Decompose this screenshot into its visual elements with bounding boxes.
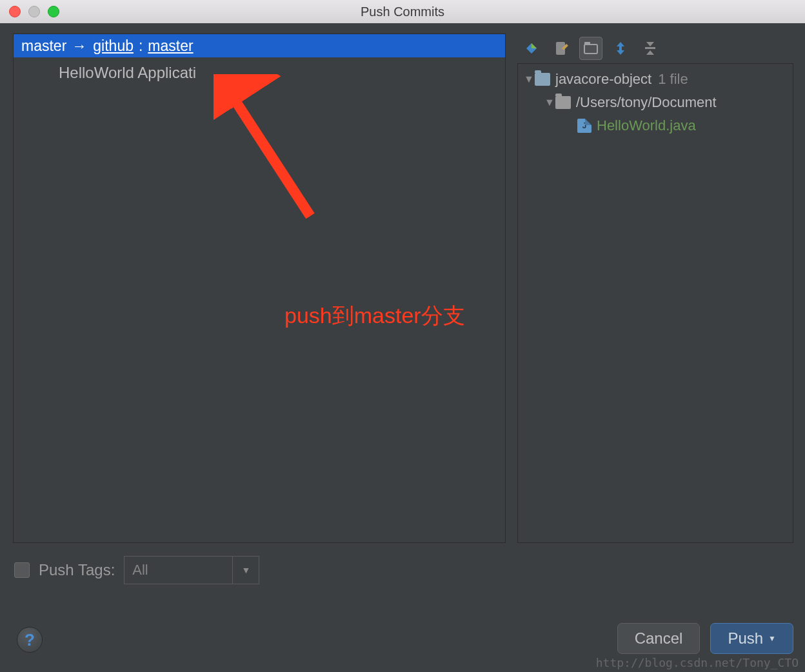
chevron-down-icon[interactable]: ▼ xyxy=(523,74,535,85)
svg-rect-10 xyxy=(619,46,622,50)
push-tags-dropdown[interactable]: All ▼ xyxy=(124,556,259,584)
changes-toolbar xyxy=(517,34,793,63)
separator: : xyxy=(139,37,143,55)
push-button-label: Push xyxy=(728,629,763,647)
tree-path-row[interactable]: ▼ /Users/tony/Document xyxy=(518,91,793,114)
edit-source-icon[interactable] xyxy=(550,37,573,60)
svg-rect-8 xyxy=(584,42,590,45)
arrow-icon: → xyxy=(72,37,86,55)
expand-all-icon[interactable] xyxy=(609,37,632,60)
push-button[interactable]: Push ▼ xyxy=(710,623,793,654)
commit-item[interactable]: HelloWorld Applicati xyxy=(14,57,505,82)
chevron-down-icon[interactable]: ▼ xyxy=(233,557,259,584)
maximize-window-button[interactable] xyxy=(48,6,59,17)
svg-marker-11 xyxy=(617,50,624,55)
window-title: Push Commits xyxy=(361,5,444,19)
chevron-down-icon[interactable]: ▼ xyxy=(544,97,555,108)
traffic-lights xyxy=(9,6,59,17)
commits-panel: master → github : master HelloWorld Appl… xyxy=(13,34,506,543)
watermark: http://blog.csdn.net/Tony_CTO xyxy=(596,656,799,669)
diff-icon[interactable] xyxy=(520,37,543,60)
svg-marker-9 xyxy=(617,42,624,46)
svg-rect-13 xyxy=(645,47,655,49)
tree-path-label: /Users/tony/Document xyxy=(576,94,717,111)
minimize-window-button[interactable] xyxy=(28,6,40,17)
main-area: master → github : master HelloWorld Appl… xyxy=(13,34,793,543)
collapse-all-icon[interactable] xyxy=(639,37,662,60)
changes-panel: ▼ javacore-object 1 file ▼ /Users/tony/D… xyxy=(517,34,793,543)
remote-branch-link[interactable]: master xyxy=(148,37,193,55)
help-button[interactable]: ? xyxy=(17,627,43,653)
push-tags-bar: Push Tags: All ▼ xyxy=(14,556,259,584)
chevron-down-icon: ▼ xyxy=(768,634,776,643)
push-tags-checkbox[interactable] xyxy=(14,562,30,578)
dialog-buttons: Cancel Push ▼ xyxy=(617,623,793,654)
cancel-button-label: Cancel xyxy=(635,629,683,647)
push-tags-value: All xyxy=(124,557,233,584)
folder-icon xyxy=(535,73,550,86)
folder-icon xyxy=(555,96,571,109)
java-file-icon: J xyxy=(577,119,591,133)
branch-selector-row[interactable]: master → github : master xyxy=(14,34,505,57)
tree-root-row[interactable]: ▼ javacore-object 1 file xyxy=(518,68,793,91)
svg-line-1 xyxy=(226,87,310,216)
remote-link[interactable]: github xyxy=(93,37,134,55)
annotation-text: push到master分支 xyxy=(284,301,465,331)
titlebar: Push Commits xyxy=(0,0,805,23)
svg-marker-12 xyxy=(646,42,654,46)
tree-file-row[interactable]: J HelloWorld.java xyxy=(518,114,793,137)
tree-file-label: HelloWorld.java xyxy=(597,117,696,134)
svg-marker-4 xyxy=(532,43,537,48)
local-branch-label: master xyxy=(21,37,66,55)
group-by-directory-icon[interactable] xyxy=(579,37,602,60)
push-tags-label: Push Tags: xyxy=(39,561,115,579)
annotation-arrow-icon xyxy=(214,74,323,222)
svg-marker-14 xyxy=(646,50,654,55)
tree-root-meta: 1 file xyxy=(658,71,688,88)
tree-root-label: javacore-object xyxy=(555,71,651,88)
svg-rect-7 xyxy=(584,44,597,54)
close-window-button[interactable] xyxy=(9,6,21,17)
file-tree: ▼ javacore-object 1 file ▼ /Users/tony/D… xyxy=(517,63,793,543)
cancel-button[interactable]: Cancel xyxy=(617,623,701,654)
